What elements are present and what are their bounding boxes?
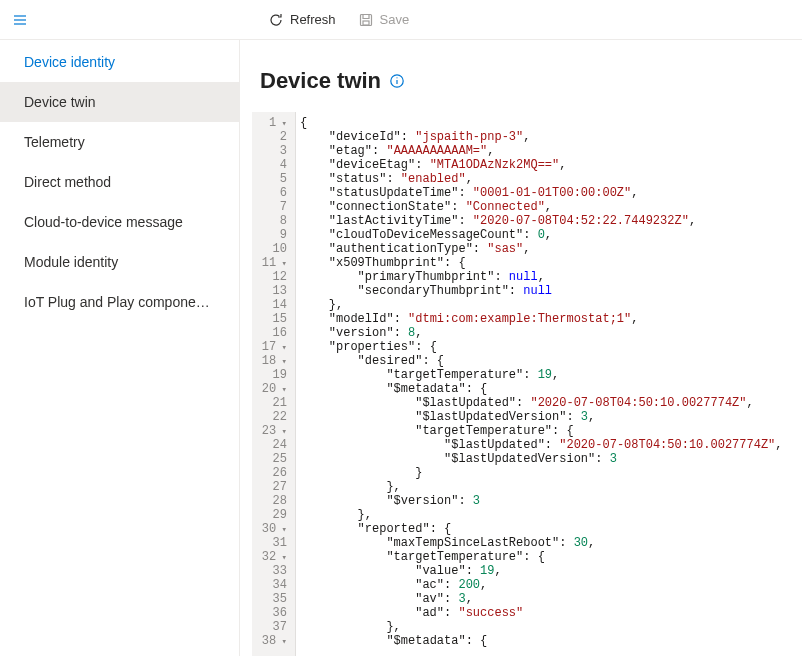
save-button[interactable]: Save — [350, 6, 418, 34]
page-title: Device twin — [260, 68, 381, 94]
sidebar-item-telemetry[interactable]: Telemetry — [0, 122, 239, 162]
topbar: Refresh Save — [0, 0, 802, 40]
refresh-label: Refresh — [290, 12, 336, 27]
main-panel: Device twin 1234567891011121314151617181… — [240, 40, 802, 656]
svg-rect-4 — [363, 21, 369, 25]
svg-rect-3 — [360, 14, 371, 25]
editor-code[interactable]: { "deviceId": "jspaith-pnp-3", "etag": "… — [296, 112, 802, 656]
page-header: Device twin — [240, 40, 802, 112]
sidebar-item-module-identity[interactable]: Module identity — [0, 242, 239, 282]
sidebar-item-cloud-to-device[interactable]: Cloud-to-device message — [0, 202, 239, 242]
refresh-icon — [268, 12, 284, 28]
sidebar-item-device-twin[interactable]: Device twin — [0, 82, 239, 122]
save-label: Save — [380, 12, 410, 27]
sidebar-item-device-identity[interactable]: Device identity — [0, 42, 239, 82]
sidebar: Device identity Device twin Telemetry Di… — [0, 40, 240, 656]
hamburger-menu-button[interactable] — [0, 0, 40, 40]
save-icon — [358, 12, 374, 28]
refresh-button[interactable]: Refresh — [260, 6, 344, 34]
svg-point-7 — [396, 77, 397, 78]
sidebar-item-iot-pnp[interactable]: IoT Plug and Play compone… — [0, 282, 239, 322]
hamburger-icon — [12, 12, 28, 28]
info-icon[interactable] — [389, 73, 405, 89]
editor-gutter: 1234567891011121314151617181920212223242… — [252, 112, 296, 656]
json-editor[interactable]: 1234567891011121314151617181920212223242… — [252, 112, 802, 656]
sidebar-item-direct-method[interactable]: Direct method — [0, 162, 239, 202]
toolbar: Refresh Save — [260, 6, 417, 34]
